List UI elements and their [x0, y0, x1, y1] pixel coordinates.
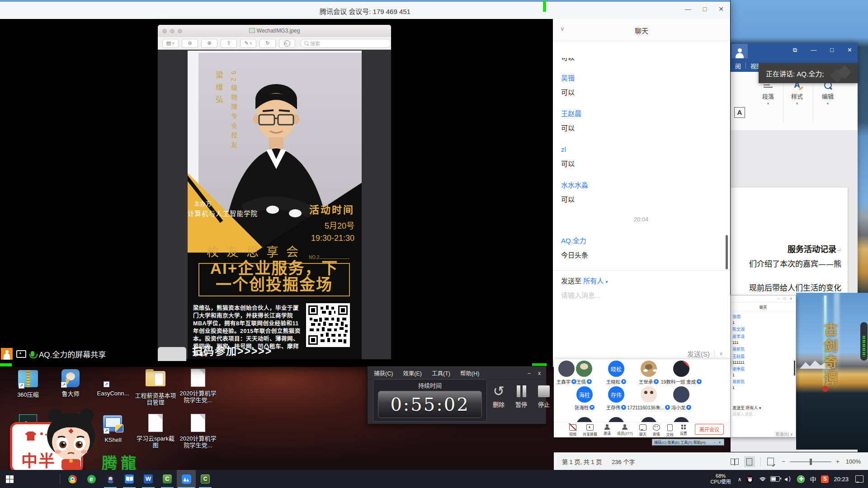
- mini-chat-window[interactable]: - □ x 聊天 张煜1陈文湖皮丰泽111易新凯王赵晨111111谢季辰1易新凯…: [730, 295, 796, 437]
- word-ribbon-display-icon[interactable]: ⧉: [793, 47, 797, 54]
- taskbar-app-word[interactable]: W: [139, 470, 158, 488]
- word-close-button[interactable]: ✕: [847, 47, 852, 54]
- toolbar-item-invite[interactable]: 邀请: [604, 424, 611, 436]
- markup-pencil-button[interactable]: ✎∨: [240, 39, 256, 48]
- desktop-icon-doc[interactable]: 学习云spark截图: [135, 414, 176, 449]
- action-center-icon[interactable]: [855, 475, 863, 483]
- chat-sender-name[interactable]: zl: [561, 145, 721, 154]
- zoom-in-button[interactable]: +: [836, 458, 840, 465]
- send-button[interactable]: 发送(S): [687, 349, 710, 358]
- desktop-icon-zip[interactable]: ↗360压缩: [7, 369, 49, 398]
- chat-input-placeholder[interactable]: 请输入消息...: [561, 290, 601, 300]
- chat-message-list[interactable]: 可以吴锴可以王赵晨可以zl可以水水水淼可以20:04AQ.全力今日头条zl公众号: [561, 41, 721, 270]
- participant-tile[interactable]: 19数科一班 金成: [665, 361, 698, 385]
- participant-tile[interactable]: 17211160136朱...: [632, 386, 665, 411]
- sidebar-toggle-button[interactable]: ▤∨: [162, 39, 179, 48]
- mini-chat-scrollbar[interactable]: [794, 361, 795, 375]
- highlight-button[interactable]: A: [279, 39, 295, 48]
- chat-scrollbar[interactable]: [726, 235, 728, 269]
- toolbar-item-members[interactable]: 成员(277): [617, 424, 633, 436]
- recorder-menu-item[interactable]: 工具(T): [432, 369, 450, 377]
- tab-review-partial[interactable]: 阅: [731, 61, 745, 70]
- taskbar-clock[interactable]: 20:23: [834, 476, 849, 483]
- meeting-titlebar[interactable]: 腾讯会议 会议号: 179 469 451 — □ ✕: [0, 2, 730, 19]
- read-mode-icon[interactable]: [731, 459, 739, 465]
- 暂停-button[interactable]: 暂停: [513, 383, 529, 408]
- taskbar-app-book[interactable]: [120, 470, 139, 488]
- taskbar-app-start[interactable]: [0, 470, 19, 488]
- share-button[interactable]: ⇧: [221, 39, 237, 48]
- 停止-button[interactable]: 停止: [536, 383, 552, 408]
- mini-chat-placeholder[interactable]: 请输入消息...: [732, 411, 756, 417]
- tray-expand-icon[interactable]: ∧: [738, 476, 742, 483]
- taskbar-app-cam[interactable]: C: [158, 470, 177, 488]
- search-input[interactable]: 搜索: [300, 39, 391, 48]
- cartoon-sticker-popup[interactable]: 中半: [10, 406, 103, 470]
- participant-tile[interactable]: 王倩: [568, 361, 600, 385]
- recorder-menu-item[interactable]: 帮助(H): [460, 369, 479, 377]
- recorder-menu-item[interactable]: 效果(E): [403, 369, 422, 377]
- zoom-slider[interactable]: [790, 461, 831, 462]
- toolbar-item-doc[interactable]: 文档: [666, 424, 674, 437]
- rotate-button[interactable]: ↻: [259, 39, 276, 48]
- cpu-usage-indicator[interactable]: 68% CPU使用: [710, 473, 731, 485]
- speaker-icon[interactable]: [785, 476, 792, 482]
- taskbar-app-ketang[interactable]: [101, 470, 120, 488]
- taskbar-app-search[interactable]: [19, 470, 38, 488]
- meeting-minimize-button[interactable]: —: [685, 5, 691, 13]
- mini-recorder-titlebar[interactable]: 捕获(C) 效果(E) 工具(T) 帮助(H) - x: [652, 439, 724, 446]
- chat-sender-name[interactable]: AQ.全力: [561, 236, 721, 245]
- send-to-caret-icon[interactable]: ▾: [605, 279, 608, 284]
- mini-chat-controls[interactable]: - □ x: [778, 296, 794, 300]
- zoom-out-button[interactable]: −: [782, 458, 786, 465]
- mini-chat-send-button[interactable]: 发送(S) ∨: [775, 431, 793, 437]
- participant-tile[interactable]: 海柱张海柱: [568, 386, 601, 411]
- battery-icon[interactable]: [770, 476, 780, 482]
- recorder-menu-item[interactable]: 捕获(C): [374, 369, 393, 377]
- mini-chat-titlebar[interactable]: - □ x: [731, 296, 796, 303]
- ime-indicator[interactable]: 中: [810, 474, 816, 483]
- desktop-icon-doc[interactable]: 2020计算机学院学生党...: [177, 414, 219, 449]
- desktop-icon-ludashi[interactable]: ↗鲁大师: [50, 369, 91, 397]
- recorder-close-button[interactable]: x: [538, 370, 541, 376]
- participant-tile[interactable]: 冯小龙: [665, 386, 698, 411]
- word-minimize-button[interactable]: —: [811, 47, 816, 54]
- preview-titlebar[interactable]: WechatIMG3.jpeg: [158, 25, 391, 38]
- send-options-icon[interactable]: ∨: [719, 351, 723, 357]
- participant-tile[interactable]: 王世承: [632, 361, 665, 385]
- desktop-icon-folder[interactable]: 工程薪资基本项目管理: [135, 369, 176, 406]
- taskbar-app-camrec[interactable]: C: [196, 470, 215, 488]
- taskbar-app-e360[interactable]: e: [82, 470, 101, 488]
- toolbar-item-emoji[interactable]: 表情: [653, 424, 660, 436]
- print-layout-icon[interactable]: [744, 456, 755, 467]
- desktop-icon-doc[interactable]: 2020计算机学院学生党...: [177, 369, 219, 404]
- chat-sender-name[interactable]: 吴锴: [561, 73, 721, 83]
- meeting-maximize-button[interactable]: □: [703, 5, 707, 13]
- taskbar-app-chrome[interactable]: [63, 470, 82, 488]
- sogou-ime-icon[interactable]: S: [821, 475, 829, 483]
- recorder-minimize-button[interactable]: –: [528, 370, 531, 376]
- toolbar-item-settings[interactable]: 设置: [680, 424, 687, 436]
- word-maximize-button[interactable]: □: [830, 47, 834, 54]
- safety-360-tray-icon[interactable]: ✚: [797, 475, 805, 483]
- toolbar-item-chat[interactable]: 聊天: [639, 424, 646, 436]
- meeting-close-button[interactable]: ✕: [718, 5, 724, 13]
- participant-tile[interactable]: 晓松王晓松: [600, 361, 632, 385]
- qq-tray-icon[interactable]: [746, 475, 753, 483]
- word-titlebar[interactable]: ⧉ — □ ✕: [731, 43, 858, 59]
- zoom-out-button[interactable]: ⊖: [182, 39, 198, 48]
- 删除-button[interactable]: ↺删除: [491, 383, 507, 408]
- taskbar-app-cortana[interactable]: [38, 470, 57, 488]
- desktop-icon-ec[interactable]: ↗EasyConn...: [92, 369, 134, 397]
- zoom-percent[interactable]: 100%: [846, 458, 861, 465]
- word-account-avatar[interactable]: [731, 44, 748, 58]
- chat-sender-name[interactable]: 水水水淼: [561, 180, 721, 190]
- zoom-in-button[interactable]: ⊕: [201, 39, 217, 48]
- toolbar-item-video[interactable]: 视频: [569, 424, 576, 436]
- send-to-target[interactable]: 所有人: [583, 277, 604, 285]
- taskbar-app-meet[interactable]: [177, 470, 196, 488]
- toolbar-item-share[interactable]: 共享屏幕: [583, 424, 597, 436]
- chat-sender-name[interactable]: 王赵晨: [561, 109, 721, 118]
- mini-chat-sendto[interactable]: 发送至 所有人 ▾: [732, 405, 761, 411]
- leave-meeting-button[interactable]: 离开会议: [695, 424, 724, 435]
